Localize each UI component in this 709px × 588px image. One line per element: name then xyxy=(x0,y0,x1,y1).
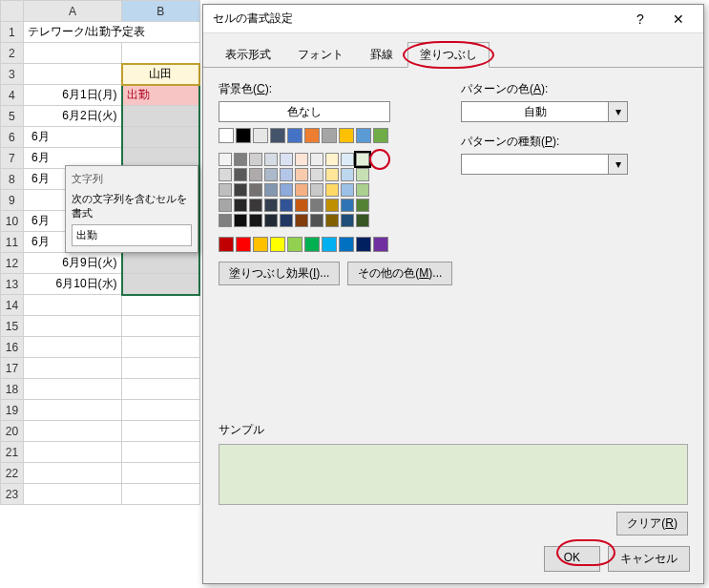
fill-effects-button[interactable]: 塗りつぶし効果(I)... xyxy=(219,262,340,285)
color-swatch[interactable] xyxy=(270,128,285,143)
cell[interactable] xyxy=(122,43,199,64)
cancel-button[interactable]: キャンセル xyxy=(608,546,690,572)
more-colors-button[interactable]: その他の色(M)... xyxy=(347,262,452,285)
color-swatch[interactable] xyxy=(249,168,262,181)
no-color-button[interactable]: 色なし xyxy=(219,101,390,122)
cell[interactable] xyxy=(122,295,199,316)
color-swatch[interactable] xyxy=(264,183,278,197)
color-swatch[interactable] xyxy=(310,153,323,166)
color-swatch[interactable] xyxy=(373,237,388,252)
cell[interactable] xyxy=(122,358,199,379)
cell[interactable] xyxy=(23,463,121,484)
cell[interactable]: 6月9日(火) xyxy=(23,253,121,274)
cell[interactable] xyxy=(122,337,199,358)
color-swatch[interactable] xyxy=(264,214,278,227)
close-button[interactable]: ✕ xyxy=(659,7,698,32)
row-header[interactable]: 16 xyxy=(1,337,24,358)
cell[interactable] xyxy=(23,421,121,442)
color-swatch[interactable] xyxy=(249,214,262,227)
color-swatch[interactable] xyxy=(325,183,339,197)
row-header[interactable]: 1 xyxy=(1,22,24,43)
color-swatch[interactable] xyxy=(219,237,234,252)
color-swatch[interactable] xyxy=(219,199,232,212)
cell[interactable] xyxy=(23,337,121,358)
clear-button[interactable]: クリア(R) xyxy=(616,512,688,536)
color-swatch[interactable] xyxy=(219,128,234,143)
row-header[interactable]: 2 xyxy=(1,43,24,64)
color-swatch[interactable] xyxy=(295,214,308,227)
cell[interactable] xyxy=(122,127,199,148)
cell[interactable] xyxy=(23,316,121,337)
color-swatch[interactable] xyxy=(322,128,337,143)
cell[interactable]: 6月2日(火) xyxy=(23,106,121,127)
color-swatch[interactable] xyxy=(236,128,251,143)
color-swatch[interactable] xyxy=(356,183,369,197)
color-swatch[interactable] xyxy=(341,153,354,166)
popup-input[interactable]: 出勤 xyxy=(72,224,192,246)
color-swatch[interactable] xyxy=(219,153,232,166)
cell-a1[interactable]: テレワーク/出勤予定表 xyxy=(23,22,199,43)
tab-border[interactable]: 罫線 xyxy=(358,42,406,68)
row-header[interactable]: 20 xyxy=(1,421,24,442)
color-swatch[interactable] xyxy=(249,199,262,212)
cell[interactable] xyxy=(122,421,199,442)
color-swatch[interactable] xyxy=(253,237,268,252)
color-swatch[interactable] xyxy=(264,153,278,166)
cell[interactable] xyxy=(122,274,199,295)
row-header[interactable]: 8 xyxy=(1,169,24,190)
col-header-b[interactable]: B xyxy=(122,1,199,22)
cell[interactable] xyxy=(122,442,199,463)
color-swatch[interactable] xyxy=(249,153,262,166)
color-swatch[interactable] xyxy=(234,153,247,166)
cell[interactable] xyxy=(122,463,199,484)
cell[interactable]: 6月1日(月) xyxy=(23,85,121,106)
color-swatch[interactable] xyxy=(219,214,232,227)
color-swatch[interactable] xyxy=(280,214,293,227)
color-swatch[interactable] xyxy=(325,153,339,166)
color-swatch[interactable] xyxy=(280,199,293,212)
color-swatch[interactable] xyxy=(325,168,339,181)
color-swatch[interactable] xyxy=(253,128,268,143)
row-header[interactable]: 5 xyxy=(1,106,24,127)
row-header[interactable]: 15 xyxy=(1,316,24,337)
cell[interactable] xyxy=(122,484,199,505)
color-swatch[interactable] xyxy=(310,183,323,197)
color-swatch[interactable] xyxy=(236,237,251,252)
color-swatch[interactable] xyxy=(280,168,293,181)
color-swatch[interactable] xyxy=(339,128,354,143)
help-button[interactable]: ? xyxy=(621,7,659,32)
cell-b4[interactable]: 出勤 xyxy=(122,85,199,106)
cell[interactable]: 6月 xyxy=(23,127,121,148)
color-swatch[interactable] xyxy=(341,168,354,181)
color-swatch[interactable] xyxy=(310,199,323,212)
color-swatch[interactable] xyxy=(356,153,369,166)
cell[interactable] xyxy=(23,43,121,64)
color-swatch[interactable] xyxy=(356,214,369,227)
row-header[interactable]: 3 xyxy=(1,64,24,85)
row-header[interactable]: 9 xyxy=(1,190,24,211)
cell[interactable] xyxy=(122,316,199,337)
color-swatch[interactable] xyxy=(356,128,371,143)
cell[interactable]: 6月10日(水) xyxy=(23,274,121,295)
cell[interactable] xyxy=(23,64,121,85)
color-swatch[interactable] xyxy=(322,237,337,252)
color-swatch[interactable] xyxy=(219,183,232,197)
cell[interactable] xyxy=(23,379,121,400)
color-swatch[interactable] xyxy=(304,128,320,143)
color-swatch[interactable] xyxy=(270,237,285,252)
row-header[interactable]: 19 xyxy=(1,400,24,421)
col-header-a[interactable]: A xyxy=(23,1,121,22)
cell[interactable] xyxy=(23,484,121,505)
cell[interactable] xyxy=(23,295,121,316)
row-header[interactable]: 12 xyxy=(1,253,24,274)
color-swatch[interactable] xyxy=(280,183,293,197)
color-swatch[interactable] xyxy=(234,168,247,181)
color-swatch[interactable] xyxy=(249,183,262,197)
cell[interactable] xyxy=(122,379,199,400)
color-swatch[interactable] xyxy=(219,168,232,181)
cell[interactable] xyxy=(23,400,121,421)
cell[interactable] xyxy=(23,358,121,379)
color-swatch[interactable] xyxy=(287,237,302,252)
color-swatch[interactable] xyxy=(234,199,247,212)
cell[interactable] xyxy=(122,253,199,274)
